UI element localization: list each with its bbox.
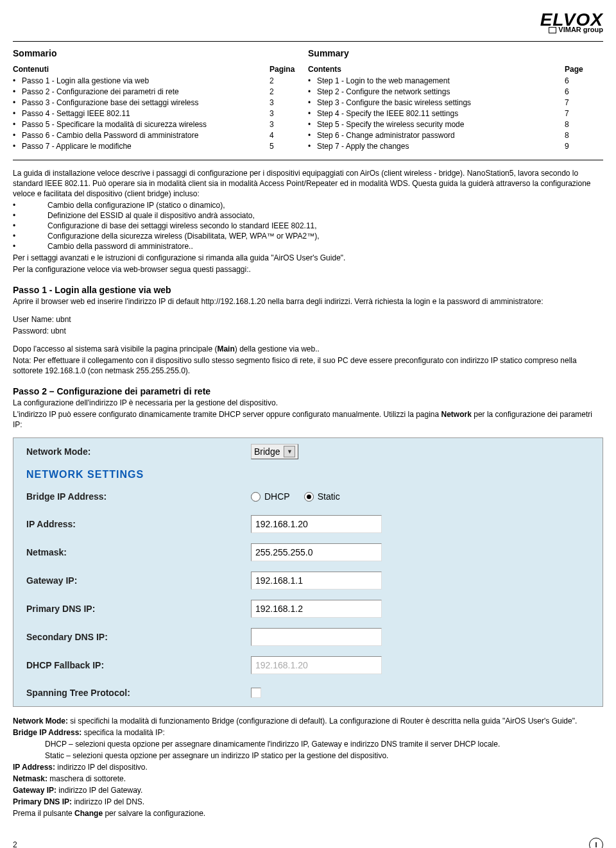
network-settings-screenshot: Network Mode: Bridge ▼ NETWORK SETTINGS … xyxy=(13,437,603,707)
logo-text: ELVOX xyxy=(13,13,603,27)
desc-primary-dns: Primary DNS IP: indirizzo IP del DNS. xyxy=(13,797,603,807)
spanning-tree-label: Spanning Tree Protocol: xyxy=(26,688,251,698)
page-number: 2 xyxy=(13,840,17,848)
desc-gateway: Gateway IP: indirizzo IP del Gateway. xyxy=(13,785,603,795)
secondary-dns-label: Secondary DNS IP: xyxy=(26,632,251,642)
toc-item: •Step 7 - Apply the changes9 xyxy=(308,141,590,152)
network-mode-select[interactable]: Bridge ▼ xyxy=(251,444,298,459)
toc-item: •Passo 3 - Configurazione base dei setta… xyxy=(13,98,295,108)
list-item: •Definizione del ESSID al quale il dispo… xyxy=(13,210,603,221)
desc-network-mode: Network Mode: si specifichi la modalità … xyxy=(13,716,603,726)
netmask-label: Netmask: xyxy=(26,547,251,557)
brand-logo: ELVOX VIMAR group xyxy=(13,13,603,35)
toc-item: •Passo 7 - Applicare le modifiche5 xyxy=(13,141,295,152)
passo2-p1: La configurazione dell'indirizzo IP è ne… xyxy=(13,398,603,408)
toc-item: •Passo 1 - Login alla gestione via web2 xyxy=(13,76,295,87)
gateway-label: Gateway IP: xyxy=(26,575,251,586)
static-radio-label: Static xyxy=(318,491,340,502)
gateway-input[interactable] xyxy=(251,572,382,589)
ip-address-label: IP Address: xyxy=(26,519,251,529)
passo1-p2: Dopo l'accesso al sistema sarà visibile … xyxy=(13,344,603,354)
dhcp-fallback-input[interactable] xyxy=(251,656,382,674)
toc-item: •Passo 6 - Cambio della Password di ammi… xyxy=(13,130,295,141)
dhcp-fallback-label: DHCP Fallback IP: xyxy=(26,660,251,670)
list-item: •Cambio della configurazione IP (statico… xyxy=(13,200,603,210)
toc-italian: Sommario Contenuti Pagina •Passo 1 - Log… xyxy=(13,48,308,152)
list-item: •Cambio della password di amministratore… xyxy=(13,241,603,251)
toc-item: •Step 3 - Configure the basic wireless s… xyxy=(308,98,590,108)
list-item: •Configurazione della sicurezza wireless… xyxy=(13,231,603,241)
page-footer: 2 I xyxy=(13,838,603,848)
toc-item: •Passo 5 - Specificare la modalità di si… xyxy=(13,119,295,130)
intro-p2: Per i settaggi avanzati e le istruzioni … xyxy=(13,253,603,263)
intro-p3: Per la configurazione veloce via web-bro… xyxy=(13,264,603,275)
toc-item: •Step 5 - Specify the wireless security … xyxy=(308,119,590,130)
network-settings-heading: NETWORK SETTINGS xyxy=(13,465,603,483)
netmask-input[interactable] xyxy=(251,543,382,561)
toc-item: •Passo 2 - Configurazione dei parametri … xyxy=(13,87,295,98)
dhcp-radio[interactable] xyxy=(251,492,261,502)
desc-dhcp-option: DHCP – selezioni questa opzione per asse… xyxy=(13,739,603,749)
desc-ip-address: IP Address: indirizzo IP del dispositivo… xyxy=(13,762,603,772)
intro-paragraph: La guida di installazione veloce descriv… xyxy=(13,168,603,199)
logo-subtext: VIMAR group xyxy=(13,26,603,33)
section-title-passo2: Passo 2 – Configurazione dei parametri d… xyxy=(13,386,603,396)
passo2-p2: L'indirizzo IP può essere configurato di… xyxy=(13,409,603,430)
toc-title-en: Summary xyxy=(308,48,590,58)
toc-item: •Step 4 - Specify the IEEE 802.11 settin… xyxy=(308,108,590,119)
section-title-passo1: Passo 1 - Login alla gestione via web xyxy=(13,285,603,295)
language-indicator: I xyxy=(589,838,603,848)
ip-address-input[interactable] xyxy=(251,515,382,533)
intro-bullet-list: •Cambio della configurazione IP (statico… xyxy=(13,200,603,251)
toc-item: •Step 1 - Login to the web management6 xyxy=(308,76,590,87)
toc-english: Summary Contents Page •Step 1 - Login to… xyxy=(308,48,603,152)
network-mode-label: Network Mode: xyxy=(26,446,251,457)
toc-item: •Passo 4 - Settaggi IEEE 802.113 xyxy=(13,108,295,119)
bridge-ip-address-label: Bridge IP Address: xyxy=(26,491,251,502)
static-radio[interactable] xyxy=(304,492,314,502)
desc-static-option: Static – selezioni questa opzione per as… xyxy=(13,750,603,761)
desc-change-button: Prema il pulsante Change per salvare la … xyxy=(13,808,603,818)
primary-dns-label: Primary DNS IP: xyxy=(26,604,251,614)
passo1-p1: Aprire il browser web ed inserire l'indi… xyxy=(13,296,603,307)
toc-title-it: Sommario xyxy=(13,48,295,58)
dhcp-radio-label: DHCP xyxy=(264,491,290,502)
toc-item: •Step 6 - Change administrator password8 xyxy=(308,130,590,141)
spanning-tree-checkbox[interactable] xyxy=(251,688,261,698)
toc-item: •Step 2 - Configure the network settings… xyxy=(308,87,590,98)
dropdown-arrow-icon[interactable]: ▼ xyxy=(284,446,295,457)
primary-dns-input[interactable] xyxy=(251,600,382,618)
secondary-dns-input[interactable] xyxy=(251,628,382,646)
desc-netmask: Netmask: maschera di sottorete. xyxy=(13,774,603,784)
password-line: Password: ubnt xyxy=(13,326,603,336)
passo1-p3: Nota: Per effettuare il collegamento con… xyxy=(13,355,603,376)
list-item: •Configurazione di base dei settaggi wir… xyxy=(13,221,603,231)
username-line: User Name: ubnt xyxy=(13,314,603,325)
vimar-box-icon xyxy=(549,27,556,33)
desc-bridge-ip: Bridge IP Address: specifica la modalità… xyxy=(13,727,603,738)
